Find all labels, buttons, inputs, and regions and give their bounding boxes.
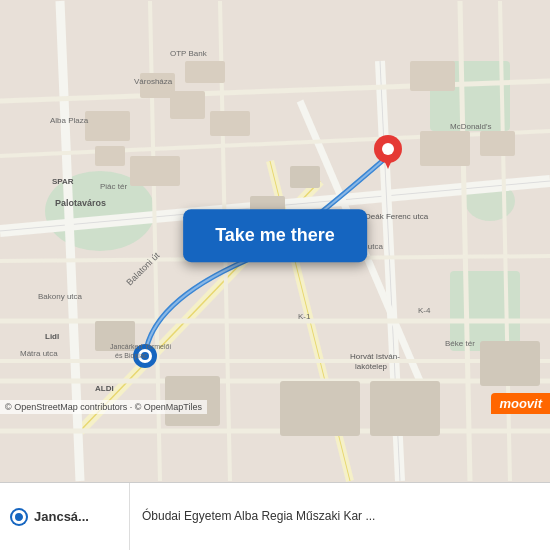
svg-text:Jancárkert Termelői: Jancárkert Termelői xyxy=(110,343,171,350)
origin-text: Jancsá... xyxy=(34,509,89,524)
svg-text:Horvát István-: Horvát István- xyxy=(350,352,400,361)
svg-rect-42 xyxy=(290,166,320,188)
svg-text:Lidl: Lidl xyxy=(45,332,59,341)
svg-rect-34 xyxy=(480,131,515,156)
take-me-there-button[interactable]: Take me there xyxy=(183,209,367,262)
svg-text:Alba Plaza: Alba Plaza xyxy=(50,116,89,125)
svg-text:Városháza: Városháza xyxy=(134,77,173,86)
app: Balatoni út Palotaváros Piác tér Bakony … xyxy=(0,0,550,550)
svg-text:és Biopiac: és Biopiac xyxy=(115,352,148,360)
destination-text: Óbudai Egyetem Alba Regia Műszaki Kar ..… xyxy=(142,508,375,525)
svg-rect-32 xyxy=(210,111,250,136)
svg-rect-37 xyxy=(370,381,440,436)
svg-text:ALDI: ALDI xyxy=(95,384,114,393)
svg-text:McDonald's: McDonald's xyxy=(450,122,492,131)
bottom-bar: Jancsá... Óbudai Egyetem Alba Regia Műsz… xyxy=(0,482,550,550)
svg-point-48 xyxy=(382,143,394,155)
map-container: Balatoni út Palotaváros Piác tér Bakony … xyxy=(0,0,550,482)
origin-section: Jancsá... xyxy=(0,483,130,550)
svg-rect-35 xyxy=(410,61,455,91)
svg-rect-38 xyxy=(480,341,540,386)
destination-section: Óbudai Egyetem Alba Regia Műszaki Kar ..… xyxy=(130,483,550,550)
svg-text:Bakony utca: Bakony utca xyxy=(38,292,83,301)
svg-text:Béke tér: Béke tér xyxy=(445,339,475,348)
svg-text:Mátra utca: Mátra utca xyxy=(20,349,58,358)
map-attribution: © OpenStreetMap contributors · © OpenMap… xyxy=(0,400,207,414)
svg-text:Palotaváros: Palotaváros xyxy=(55,198,106,208)
svg-text:OTP Bank: OTP Bank xyxy=(170,49,208,58)
svg-text:K-4: K-4 xyxy=(418,306,431,315)
svg-text:K-1: K-1 xyxy=(298,312,311,321)
svg-rect-33 xyxy=(420,131,470,166)
origin-dot xyxy=(12,510,26,524)
svg-rect-30 xyxy=(130,156,180,186)
svg-rect-29 xyxy=(95,146,125,166)
svg-text:lakótelep: lakótelep xyxy=(355,362,388,371)
svg-rect-31 xyxy=(170,91,205,119)
svg-rect-28 xyxy=(185,61,225,83)
moovit-logo: moovit xyxy=(491,393,550,414)
svg-rect-26 xyxy=(85,111,130,141)
svg-text:SPAR: SPAR xyxy=(52,177,74,186)
svg-text:Piác tér: Piác tér xyxy=(100,182,127,191)
svg-text:Deák Ferenc utca: Deák Ferenc utca xyxy=(365,212,429,221)
svg-rect-36 xyxy=(280,381,360,436)
